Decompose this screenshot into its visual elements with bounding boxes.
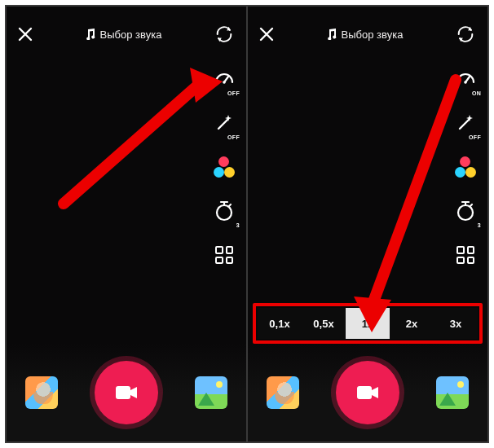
upload-button[interactable]: [436, 376, 469, 409]
video-camera-icon: [356, 384, 379, 402]
speed-option-1[interactable]: 0,5x: [302, 308, 346, 339]
timer-icon: [214, 200, 235, 222]
magic-wand-icon: [456, 113, 475, 133]
speed-button[interactable]: OFF: [210, 65, 238, 93]
more-grid-button[interactable]: [452, 241, 479, 269]
sound-selector[interactable]: Выбор звука: [326, 29, 404, 41]
svg-point-11: [458, 205, 473, 220]
timer-sub-label: 3: [236, 222, 240, 228]
timer-button[interactable]: 3: [452, 197, 479, 225]
timer-sub-label: 3: [478, 222, 481, 228]
svg-point-10: [464, 81, 467, 84]
flip-camera-button[interactable]: [455, 24, 476, 45]
grid-icon: [215, 246, 233, 264]
sidebar-tools: ON OFF 3: [452, 65, 479, 269]
flip-camera-button[interactable]: [214, 24, 235, 45]
svg-line-14: [470, 204, 472, 206]
music-note-icon: [85, 29, 95, 40]
svg-line-7: [64, 81, 202, 204]
speed-selector: 0,1x 0,5x 1x 2x 3x: [258, 308, 478, 339]
speed-sub-label: OFF: [227, 90, 240, 96]
speed-sub-label: ON: [472, 90, 481, 96]
filter-icon: [455, 156, 476, 178]
filters-button[interactable]: [210, 153, 238, 181]
svg-line-5: [229, 204, 231, 206]
svg-rect-15: [357, 386, 372, 399]
magic-sub-label: OFF: [469, 134, 481, 140]
timer-icon: [455, 200, 476, 222]
video-camera-icon: [115, 384, 138, 402]
timer-button[interactable]: 3: [210, 197, 238, 225]
svg-point-2: [217, 205, 232, 220]
grid-icon: [457, 246, 474, 264]
sound-label: Выбор звука: [100, 29, 162, 41]
annotation-arrow: [47, 64, 227, 210]
phone-right: Выбор звука ON: [248, 7, 487, 441]
effects-button[interactable]: [267, 376, 299, 409]
bottom-bar: [7, 344, 246, 441]
bottom-bar: [248, 344, 487, 441]
music-note-icon: [326, 29, 337, 40]
magic-button[interactable]: OFF: [452, 109, 479, 137]
sidebar-tools: OFF OFF 3: [210, 65, 238, 269]
speed-option-3[interactable]: 2x: [390, 308, 434, 339]
speed-option-0[interactable]: 0,1x: [258, 308, 302, 339]
speed-option-4[interactable]: 3x: [434, 308, 478, 339]
record-button[interactable]: [95, 361, 158, 424]
more-grid-button[interactable]: [210, 241, 238, 269]
svg-point-1: [223, 81, 226, 84]
sound-label: Выбор звука: [342, 29, 404, 41]
annotation-arrow: [346, 70, 468, 339]
speedometer-icon: [455, 68, 476, 90]
speed-selector-highlight: 0,1x 0,5x 1x 2x 3x: [253, 303, 483, 344]
magic-wand-icon: [214, 113, 234, 133]
filter-icon: [214, 156, 235, 178]
comparison-frame: Выбор звука OFF: [5, 5, 489, 443]
speed-option-2[interactable]: 1x: [346, 308, 390, 339]
magic-sub-label: OFF: [227, 134, 240, 140]
filters-button[interactable]: [452, 153, 479, 181]
sound-selector[interactable]: Выбор звука: [85, 29, 162, 41]
phone-left: Выбор звука OFF: [7, 7, 246, 441]
annotation-outline: 0,1x 0,5x 1x 2x 3x: [253, 303, 483, 344]
speedometer-icon: [214, 68, 235, 90]
effects-button[interactable]: [25, 376, 58, 409]
record-button[interactable]: [336, 361, 399, 424]
close-button[interactable]: [18, 27, 33, 42]
speed-button[interactable]: ON: [452, 65, 479, 93]
close-button[interactable]: [259, 27, 274, 42]
top-bar: Выбор звука: [248, 18, 487, 51]
magic-button[interactable]: OFF: [210, 109, 238, 137]
svg-line-16: [372, 80, 456, 306]
upload-button[interactable]: [195, 376, 227, 409]
svg-rect-6: [116, 386, 130, 399]
top-bar: Выбор звука: [7, 18, 246, 51]
